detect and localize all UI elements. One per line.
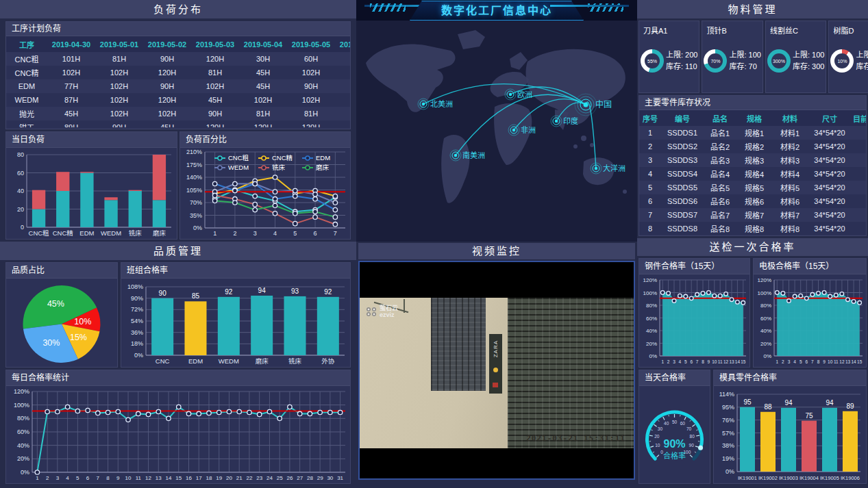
svg-text:25: 25 (277, 475, 283, 481)
svg-text:CNC精: CNC精 (272, 154, 293, 162)
panel-inventory: 主要零件库存状况 序号编号品名规格材料尺寸目前库存1SSDDS1品名1规格1材料… (638, 95, 867, 236)
svg-text:13: 13 (729, 359, 734, 364)
svg-text:EDM: EDM (316, 154, 330, 162)
section-title: 物料管理 (728, 0, 777, 18)
svg-text:38%: 38% (722, 442, 734, 449)
svg-text:20: 20 (654, 434, 660, 439)
svg-text:外协: 外协 (321, 357, 335, 365)
quality-pie-chart: 45%10%15%30% (6, 279, 117, 367)
cell: 材料7 (772, 208, 808, 222)
table-row: 5SSDDS5品名5规格5材料534*54*20 (639, 181, 866, 194)
today-load-chart: 020406080CNC粗CNC精EDMWEDM铣床磨床 (6, 148, 177, 239)
sign-dot-yellow (493, 368, 498, 372)
panel-today-pass-gauge: 当天合格率 010203040506070809010090%合格率 (638, 370, 710, 484)
cell: 45H (239, 79, 287, 93)
svg-text:90: 90 (689, 443, 695, 448)
building-tower-right (508, 298, 634, 448)
cell: 规格1 (736, 126, 772, 140)
cell: 34*54*20 (808, 167, 852, 181)
panel-electrode-rate: 电极合格率（15天） 1234567891011121314150%20%40%… (753, 258, 867, 368)
column-header: 目前库存 (852, 110, 866, 126)
svg-text:75: 75 (805, 412, 813, 420)
table-row: WEDM87H102H120H45H102H102H (6, 93, 350, 107)
table-row: 2SSDDS2品名2规格2材料234*54*20 (639, 140, 866, 153)
svg-text:3: 3 (788, 359, 791, 364)
svg-text:15: 15 (741, 359, 746, 364)
svg-text:7: 7 (811, 359, 814, 364)
cell: 规格3 (736, 153, 772, 167)
svg-text:IK19005: IK19005 (820, 475, 839, 481)
cell: SSDDS7 (661, 208, 704, 222)
svg-text:0%: 0% (21, 469, 29, 476)
steel-rate-chart: 1234567891011121314150%20%40%60%80%100%1… (639, 274, 749, 367)
cell: 品名2 (704, 140, 736, 153)
svg-text:1: 1 (36, 475, 39, 481)
svg-text:50: 50 (672, 420, 678, 424)
svg-text:27: 27 (297, 475, 303, 481)
svg-text:40: 40 (664, 421, 669, 426)
svg-text:80%: 80% (760, 303, 771, 309)
cell: 45H (47, 107, 95, 120)
svg-text:60%: 60% (17, 428, 29, 435)
table-row: CNC精102H102H120H81H45H102H (6, 66, 350, 79)
panel-steel-rate: 钢件合格率（15天） 1234567891011121314150%20%40%… (638, 258, 750, 368)
svg-text:20: 20 (17, 206, 24, 213)
svg-text:17: 17 (196, 475, 202, 481)
video-letterbox-bottom (360, 448, 634, 478)
svg-text:8: 8 (702, 359, 704, 364)
cell: 品名4 (704, 167, 736, 181)
limit-label: 上限: 100 (856, 49, 868, 61)
table-row: CNC粗101H81H90H120H30H60H (6, 52, 350, 66)
table-row: EDM77H102H90H102H45H90H (6, 79, 350, 93)
cell (335, 120, 350, 127)
crane-silhouette (404, 299, 405, 313)
svg-text:欧洲: 欧洲 (517, 90, 532, 99)
svg-text:北美洲: 北美洲 (430, 100, 453, 108)
svg-text:19%: 19% (722, 455, 734, 462)
svg-text:6: 6 (86, 475, 90, 481)
table-row: 抛光45H102H102H90H81H81H (6, 107, 350, 120)
svg-text:30: 30 (658, 426, 663, 431)
svg-text:175%: 175% (186, 162, 202, 168)
cell: 120H (287, 120, 335, 127)
ezviz-watermark: 萤石云 ezviz (367, 305, 398, 319)
material-card-3: 线割丝C300%上限: 100库存: 300 (765, 21, 826, 93)
section-title: 品质管理 (153, 242, 203, 260)
svg-text:CNC粗: CNC粗 (228, 154, 249, 162)
svg-text:5: 5 (684, 359, 687, 364)
cell: 34*54*20 (808, 222, 852, 234)
svg-text:4: 4 (273, 230, 277, 237)
cell: 6 (639, 194, 661, 208)
panel-title: 每日合格率统计 (6, 370, 350, 386)
cell: 81H (287, 107, 335, 120)
column-header: 2019-05-03 (191, 36, 239, 52)
cell: 102H (191, 79, 239, 93)
svg-text:100%: 100% (14, 402, 29, 409)
svg-text:26: 26 (286, 475, 293, 481)
cell: 2 (639, 140, 661, 153)
material-card-1: 刀具A155%上限: 200库存: 110 (638, 21, 699, 93)
svg-text:5: 5 (76, 475, 79, 481)
cell (335, 93, 350, 107)
panel-team-rate: 班组合格率 0%18%36%54%72%90%108%CNCEDMWEDM磨床铣… (121, 262, 351, 368)
svg-text:8: 8 (817, 359, 820, 364)
svg-text:7: 7 (97, 475, 100, 481)
cell: 品名5 (704, 181, 736, 194)
cell: EDM (6, 79, 47, 93)
svg-text:磨床: 磨床 (153, 229, 166, 237)
column-header: 2019-05-06 (335, 36, 350, 52)
sign-dot-red (493, 383, 498, 387)
stock-ring-percent: 10% (834, 53, 850, 68)
svg-text:2: 2 (667, 359, 670, 364)
cell: 品名3 (704, 153, 736, 167)
svg-text:13: 13 (845, 359, 851, 364)
svg-text:20%: 20% (760, 341, 771, 347)
cell: 8 (639, 222, 661, 234)
svg-text:铣床: 铣床 (272, 164, 286, 171)
plan-table: 工序2019-04-302019-05-012019-05-022019-05-… (6, 36, 350, 127)
cell: 品名8 (704, 222, 736, 234)
building-sign: ZARA (489, 334, 502, 394)
svg-text:10: 10 (828, 359, 833, 364)
material-info: 上限: 100库存: 10 (856, 49, 868, 73)
svg-text:30: 30 (327, 475, 333, 481)
